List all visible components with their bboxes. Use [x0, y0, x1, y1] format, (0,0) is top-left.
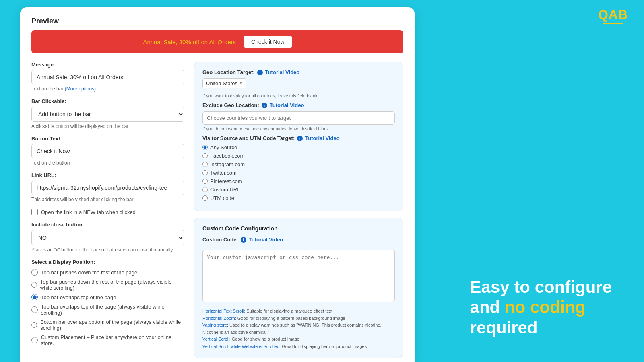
visitor-radio-input-4[interactable] — [202, 179, 208, 184]
code-hints: Horizontal Text Scroll: Suitable for dis… — [202, 308, 395, 350]
hint-desc-4: : Good for displaying hero or product im… — [279, 344, 367, 349]
message-label: Message: — [31, 62, 184, 68]
visitor-radio-label-4: Pinterest.com — [210, 178, 242, 184]
visitor-radio-input-0[interactable] — [202, 145, 208, 150]
bar-clickable-select[interactable]: Add button to the bar Make entire bar cl… — [31, 107, 184, 122]
tagline-part2: configure — [535, 278, 612, 296]
banner-text: Annual Sale, 30% off on All Orders — [143, 39, 236, 45]
visitor-radio-label-5: Custom URL — [210, 187, 240, 193]
banner-check-button[interactable]: Check it Now — [244, 36, 291, 48]
logo-white-part: QA — [598, 7, 618, 22]
visitor-radio-label-2: Instagram.com — [210, 161, 245, 167]
display-position-group: Select a Display Position: Top bar pushe… — [31, 259, 184, 346]
visitor-radio-label-3: Twitter.com — [210, 170, 237, 176]
hint-link-4[interactable]: Vertical Scroll while Website is Scrolle… — [202, 344, 279, 349]
logo-area: QAB — [598, 7, 628, 24]
radio-option-2: Top bar overlaps top of the page — [31, 294, 184, 300]
geo-tag-container: United States ✕ — [202, 78, 395, 92]
radio-input-0[interactable] — [31, 269, 38, 276]
radio-option-5: Custom Placement – Place bar anywhere on… — [31, 334, 184, 346]
radio-input-4[interactable] — [31, 322, 37, 328]
geo-tutorial-link[interactable]: Tutorial Video — [265, 69, 299, 75]
visitor-radio-input-5[interactable] — [202, 187, 208, 192]
visitor-radio-input-2[interactable] — [202, 162, 208, 167]
message-field-group: Message: Text on the bar (More options) — [31, 62, 184, 92]
main-card: Preview Annual Sale, 30% off on All Orde… — [20, 7, 415, 362]
bar-clickable-field-group: Bar Clickable: Add button to the bar Mak… — [31, 98, 184, 129]
visitor-radio-1: Facebook.com — [202, 153, 395, 159]
hint-link-2[interactable]: Vaping store — [202, 323, 227, 327]
geo-location-title: Geo Location Target: i Tutorial Video — [202, 69, 395, 75]
radio-label-4: Bottom bar overlaps bottom of the page (… — [40, 319, 184, 331]
radio-label-0: Top bar pushes down the rest of the page — [41, 269, 137, 276]
visitor-radio-3: Twitter.com — [202, 170, 395, 176]
custom-code-textarea[interactable] — [202, 250, 395, 302]
new-tab-checkbox[interactable] — [31, 209, 38, 215]
button-text-input[interactable] — [31, 144, 184, 158]
visitor-tutorial-link[interactable]: Tutorial Video — [305, 135, 339, 141]
geo-include-hint: If you want to display for all countries… — [202, 93, 395, 98]
tagline-area: Easy to configure and no coding required — [470, 277, 612, 338]
left-column: Message: Text on the bar (More options) … — [31, 62, 184, 358]
custom-code-tutorial-link[interactable]: Tutorial Video — [249, 237, 283, 243]
geo-exclude-hint: If you do not want to exclude any countr… — [202, 126, 395, 131]
visitor-radio-input-6[interactable] — [202, 195, 208, 201]
link-url-input[interactable] — [31, 181, 184, 195]
visitor-radio-input-1[interactable] — [202, 153, 208, 158]
radio-option-1: Top bar pushes down the rest of the page… — [31, 279, 184, 291]
geo-exclude-input[interactable] — [202, 111, 395, 125]
custom-code-title: Custom Code Configuration — [202, 225, 395, 232]
visitor-radio-2: Instagram.com — [202, 161, 395, 167]
right-column: Geo Location Target: i Tutorial Video Un… — [194, 62, 403, 358]
close-button-hint: Places an "x" button on the bar so that … — [31, 247, 184, 253]
display-position-label: Select a Display Position: — [31, 259, 184, 265]
custom-code-tutorial-icon: i — [241, 237, 246, 243]
button-text-field-group: Button Text: Text on the button — [31, 136, 184, 166]
tagline-part3: and — [470, 298, 500, 317]
close-button-field-group: Include close button: NO YES Places an "… — [31, 222, 184, 253]
visitor-radio-label-0: Any Source — [210, 144, 237, 150]
message-hint: Text on the bar (More options) — [31, 86, 184, 92]
hint-desc-0: : Suitable for displaying a marquee effe… — [244, 309, 332, 313]
preview-title: Preview — [31, 17, 403, 25]
radio-label-3: Top bar overlaps top of the page (always… — [41, 304, 184, 316]
close-button-select[interactable]: NO YES — [31, 230, 184, 245]
geo-location-card: Geo Location Target: i Tutorial Video Un… — [194, 62, 403, 211]
visitor-radio-input-3[interactable] — [202, 170, 208, 175]
hint-desc-3: : Good for showing a product image. — [229, 337, 301, 341]
visitor-tutorial-icon: i — [297, 136, 303, 141]
new-tab-label: Open the link in a NEW tab when clicked — [41, 209, 136, 215]
radio-option-3: Top bar overlaps top of the page (always… — [31, 304, 184, 316]
radio-input-5[interactable] — [31, 337, 38, 343]
visitor-source-title: Visitor Source and UTM Code Target: i Tu… — [202, 135, 395, 141]
hint-desc-1: : Good for displaying a pattern based ba… — [235, 316, 345, 321]
radio-label-2: Top bar overlaps top of the page — [41, 294, 116, 300]
hint-link-0[interactable]: Horizontal Text Scroll — [202, 309, 244, 313]
geo-tag-remove[interactable]: ✕ — [239, 81, 243, 86]
logo-text: QAB — [598, 7, 628, 22]
logo-underline — [603, 23, 623, 24]
geo-tag-us: United States ✕ — [202, 78, 246, 88]
visitor-radio-0: Any Source — [202, 144, 395, 150]
radio-label-5: Custom Placement – Place bar anywhere on… — [41, 334, 184, 346]
radio-input-3[interactable] — [31, 306, 38, 313]
hint-link-1[interactable]: Horizontal Zoom — [202, 316, 235, 321]
message-input[interactable] — [31, 70, 184, 84]
preview-banner: Annual Sale, 30% off on All Orders Check… — [31, 30, 403, 53]
custom-code-card: Custom Code Configuration Custom Code: i… — [194, 218, 403, 358]
hint-link-3[interactable]: Vertical Scroll — [202, 337, 229, 341]
geo-exclude-icon: i — [262, 103, 267, 108]
radio-input-2[interactable] — [31, 294, 38, 300]
geo-tutorial-icon: i — [257, 70, 263, 75]
radio-input-1[interactable] — [31, 282, 37, 288]
tagline-part5: required — [470, 318, 538, 337]
hint-desc-2: : Used to display warnings such as "WARN… — [202, 323, 382, 335]
more-options-link[interactable]: (More options) — [65, 86, 96, 92]
button-text-hint: Text on the button — [31, 160, 184, 166]
tagline-text: Easy to configure and no coding required — [470, 277, 612, 338]
geo-exclude-title: Exclude Geo Location: i Tutorial Video — [202, 102, 395, 108]
geo-exclude-link[interactable]: Tutorial Video — [270, 102, 304, 108]
link-url-label: Link URL: — [31, 172, 184, 178]
visitor-radio-label-1: Facebook.com — [210, 153, 244, 159]
link-url-field-group: Link URL: This address will be visited a… — [31, 172, 184, 202]
